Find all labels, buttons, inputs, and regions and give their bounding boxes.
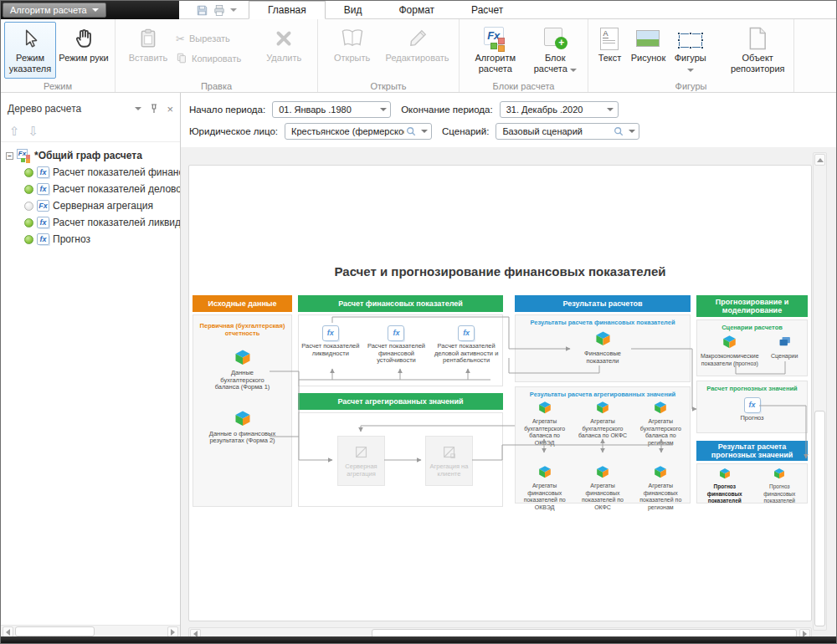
status-dot [24, 185, 33, 194]
group-label-shapes: Фигуры [588, 81, 793, 91]
print-icon[interactable] [213, 4, 226, 17]
search-icon[interactable] [404, 126, 417, 136]
calc-algorithm-button[interactable]: Fx Алгоритм расчета [466, 22, 525, 79]
canvas-vscrollbar[interactable] [813, 152, 827, 631]
diagram-canvas[interactable]: Расчет и прогнозирование финансовых пока… [188, 165, 812, 621]
fx-doc-icon: fx [388, 325, 404, 341]
pointer-mode-button[interactable]: Режим указателя [4, 22, 56, 79]
collapse-icon[interactable]: − [6, 152, 13, 160]
status-dot [24, 235, 33, 244]
legal-entity-label: Юридическое лицо: [189, 126, 278, 136]
node-activity[interactable]: fx Расчет показателей деловой активности… [431, 325, 501, 365]
paste-button[interactable]: Вставить [122, 22, 174, 79]
node-forecast-fin-2[interactable]: Прогноз финансовых показателей [755, 468, 804, 505]
node-stability[interactable]: fx Расчет показателей финансовой устойчи… [362, 325, 429, 365]
repository-object-button[interactable]: Объект репозитория [725, 22, 790, 79]
save-icon[interactable] [196, 4, 208, 17]
end-period-combo[interactable]: 31. Декабрь .2020 [500, 101, 619, 118]
delete-button[interactable]: Удалить [258, 22, 310, 79]
search-icon[interactable] [612, 126, 624, 136]
delete-x-icon [273, 25, 295, 52]
panel-forecast-result[interactable]: Прогноз финансовых показателей Прогноз ф… [696, 463, 808, 503]
scenario-cards-icon [778, 335, 792, 351]
panel-fin-results[interactable]: Результаты расчета финансовых показателе… [515, 314, 691, 382]
move-up-icon[interactable]: ⇧ [9, 124, 20, 139]
tab-calculation[interactable]: Расчет [453, 1, 521, 18]
start-period-combo[interactable]: 01. Январь .1980 [272, 101, 391, 118]
hand-mode-button[interactable]: Режим руки [58, 22, 110, 79]
calc-tree-panel: Дерево расчета × ⇧ ⇩ − Fx [1, 93, 181, 638]
scroll-thumb[interactable] [814, 411, 825, 626]
scroll-thumb[interactable] [15, 626, 95, 636]
node-liquidity[interactable]: fx Расчет показателей ликвидности [300, 325, 362, 365]
fx-doc-icon: fx [37, 166, 49, 178]
chevron-down-icon[interactable] [417, 124, 431, 139]
fx-doc-icon: fx [37, 233, 49, 245]
node-agg-balance-okfs[interactable]: Агрегаты бухгалтерского баланса по ОКФС [577, 401, 629, 447]
copy-button[interactable]: Копировать [176, 52, 241, 65]
panel-aggregation[interactable]: Серверная агрегация Агрегация на клиенте [298, 412, 503, 507]
scroll-up-icon[interactable] [814, 154, 825, 166]
edit-document-button[interactable]: Редактировать [379, 22, 455, 79]
tree-item[interactable]: fx Расчет показателей деловой [1, 181, 180, 197]
scenario-combo[interactable]: Базовый сценарий [496, 123, 639, 140]
tree-item[interactable]: fx Расчет показателей финансо [1, 164, 180, 181]
node-agg-fin-okfs[interactable]: Агрегаты финансовых показателей по ОКФС [577, 465, 629, 511]
hand-icon [73, 25, 95, 52]
chevron-down-icon[interactable] [376, 102, 390, 117]
panel-calc-indicators[interactable]: fx Расчет показателей ликвидности fx Рас… [298, 314, 503, 386]
body-row: Дерево расчета × ⇧ ⇩ − Fx [1, 93, 837, 638]
node-agg-fin-region[interactable]: Агрегаты финансовых показателей по регио… [634, 465, 686, 511]
panel-scenarios[interactable]: Сценарии расчетов Макроэкономические пок… [696, 319, 808, 376]
legal-entity-combo[interactable]: Крестьянское (фермерское) хозяй [285, 123, 432, 140]
node-scenarios[interactable]: Сценарии [765, 335, 804, 367]
pin-icon[interactable] [150, 104, 158, 114]
shapes-button[interactable]: Фигуры [670, 22, 710, 79]
node-forecast-fin-1[interactable]: Прогноз финансовых показателей [701, 468, 749, 505]
chevron-down-icon[interactable] [603, 102, 618, 117]
tab-home[interactable]: Главная [249, 1, 326, 19]
tree-root-item[interactable]: − Fx *Общий граф расчета [1, 147, 180, 164]
fx-algorithm-icon: Fx [483, 25, 508, 52]
tree-item[interactable]: Fx Серверная агрегация [1, 197, 180, 214]
ribbon-group-open: Открыть Редактировать Открыть [318, 19, 460, 92]
node-client-aggregation[interactable]: Агрегация на клиенте [425, 436, 473, 486]
node-forecast[interactable]: fx Прогноз [697, 397, 807, 422]
print-dropdown-icon[interactable] [230, 8, 237, 12]
node-fin-indicators[interactable]: Финансовые показатели [516, 330, 690, 365]
node-agg-fin-okved[interactable]: Агрегаты финансовых показателей по ОКВЭД [519, 465, 571, 511]
block-dropdown-icon[interactable] [570, 69, 577, 72]
close-icon[interactable]: × [167, 103, 173, 115]
shapes-dropdown-icon[interactable] [687, 69, 694, 72]
end-period-label: Окончание периода: [401, 105, 493, 115]
tab-format[interactable]: Формат [380, 1, 453, 18]
cut-button[interactable]: ✂ Вырезать [176, 32, 241, 45]
node-macro-indicators[interactable]: Макроэкономические показатели (прогноз) [701, 335, 759, 367]
title-bar: Алгоритм расчета Главная Вид Формат Расч… [1, 1, 837, 19]
node-agg-balance-region[interactable]: Агрегаты бухгалтерского баланса по регио… [634, 401, 686, 447]
tree-toolbar: ⇧ ⇩ [1, 120, 180, 142]
app-menu-button[interactable]: Алгоритм расчета [3, 3, 106, 18]
text-button[interactable]: A Текст [593, 22, 626, 79]
tree-item[interactable]: fx Прогноз [1, 231, 180, 248]
tree-item[interactable]: fx Расчет показателей ликвидн [1, 214, 180, 231]
ribbon-group-mode: Режим указателя Режим руки Режим [1, 19, 116, 92]
ribbon-group-shapes: A Текст Рисунок Фигуры [588, 19, 794, 92]
ribbon: Режим указателя Режим руки Режим Вставит… [1, 19, 837, 93]
panel-forecast-calc[interactable]: Расчет прогнозных значений fx Прогноз [696, 381, 808, 433]
chevron-down-icon[interactable] [624, 124, 639, 139]
node-server-aggregation[interactable]: Серверная агрегация [337, 436, 385, 486]
panel-agg-results[interactable]: Результаты расчета агрегированных значен… [515, 386, 691, 503]
tab-view[interactable]: Вид [326, 1, 381, 18]
node-finresults-data[interactable]: Данные о финансовых результатах (Форма 2… [193, 410, 291, 445]
panel-menu-icon[interactable] [135, 107, 141, 110]
picture-button[interactable]: Рисунок [628, 22, 669, 79]
app-menu-label: Алгоритм расчета [10, 5, 87, 15]
panel-source-data[interactable]: Первичная (бухгалтерская) отчетность Дан… [193, 314, 292, 507]
move-down-icon[interactable]: ⇩ [28, 124, 39, 139]
header-source-data: Исходные данные [193, 295, 292, 312]
calc-block-button[interactable]: + Блок расчета [526, 22, 585, 79]
open-button[interactable]: Открыть [326, 22, 377, 79]
node-agg-balance-okved[interactable]: Агрегаты бухгалтерского баланса по ОКВЭД [519, 401, 571, 447]
node-balance-data[interactable]: Данные бухгалтерского баланса (Форма 1) [193, 349, 291, 391]
